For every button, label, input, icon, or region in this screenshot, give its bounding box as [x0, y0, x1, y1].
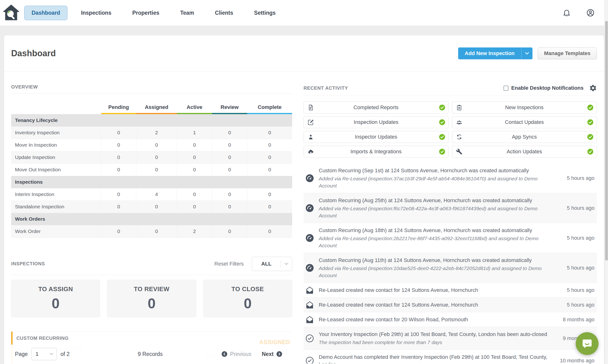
activity-title: Custom Recurring (Sep 1st) at 124 Sutton… — [319, 167, 555, 174]
status-label: Action Updates — [452, 149, 597, 155]
nav-item[interactable]: Clients — [208, 6, 241, 20]
activity-filter-toggle[interactable]: Completed Reports — [304, 102, 449, 113]
add-new-inspection-button[interactable]: Add New Inspection — [458, 47, 532, 59]
check-circle-icon — [439, 149, 445, 155]
status-label: New Inspections — [452, 104, 597, 111]
activity-timestamp: 5 hours ago — [567, 205, 594, 211]
activity-timestamp: 5 hours ago — [567, 235, 594, 241]
card-count: 0 — [52, 295, 59, 312]
activity-title: Custom Recurring (Aug 25th) at 124 Sutto… — [319, 197, 555, 204]
table-row: Move Out Inspection 0 0 0 0 0 — [11, 164, 292, 176]
overview-column-header: Active — [177, 100, 212, 114]
activity-filter-toggle[interactable]: Imports & Integrations — [304, 146, 449, 157]
table-row: Inventory Inspection 0 2 1 0 0 — [11, 127, 292, 139]
activity-filter-toggle[interactable]: Inspector Updates — [304, 131, 449, 143]
activity-type-icon — [305, 301, 314, 309]
nav-item[interactable]: Team — [173, 6, 202, 20]
activity-title: Your Inventory Inspection (Feb 29th) at … — [319, 331, 555, 338]
overview-column: OVERVIEW Pending Assigned Active Review — [11, 71, 292, 364]
table-row: Tenancy Lifecycle — [11, 114, 292, 127]
activity-title: Custom Recurring (Aug 18th) at 124 Sutto… — [319, 227, 555, 234]
activity-feed-row: Re-Leased created new contact for 124 Su… — [304, 298, 597, 312]
activity-type-icon — [305, 334, 314, 343]
check-circle-icon — [587, 119, 594, 126]
check-circle-icon — [587, 104, 594, 111]
card-title: TO REVIEW — [134, 286, 170, 293]
column-accent-bar — [136, 113, 177, 114]
page-header: Dashboard Add New Inspection Manage Temp… — [4, 35, 604, 71]
activity-feed-row: Re-Leased created new contact for 20 Wil… — [304, 312, 597, 327]
table-row: Update Inspection 0 0 0 0 0 — [11, 151, 292, 164]
inspections-filter-select[interactable]: ALL — [252, 257, 292, 271]
activity-filter-toggle[interactable]: Contact Updates — [452, 116, 597, 128]
activity-title: Re-Leased created new contact for 124 Su… — [319, 301, 555, 309]
scrollbar-thumb[interactable] — [605, 21, 608, 260]
overview-table: Pending Assigned Active Review Complete … — [11, 100, 292, 238]
activity-timestamp: 8 months ago — [563, 317, 594, 323]
activity-filter-toggle[interactable]: App Syncs — [452, 131, 597, 143]
activity-feed-row: Your Inventory Inspection (Feb 29th) at … — [304, 327, 597, 350]
chevron-down-icon — [49, 351, 54, 357]
activity-type-icon — [305, 174, 314, 182]
page-scrollbar — [604, 0, 608, 364]
table-row: Standalone Inspection 0 0 0 0 0 — [11, 200, 292, 213]
arrow-circle-left-icon — [221, 351, 228, 357]
check-circle-icon — [439, 119, 445, 126]
activity-type-icon — [305, 234, 314, 242]
activity-subtitle: Added via Re-Leased (inspection:2b2217ee… — [319, 235, 555, 249]
page-of-label: of 2 — [61, 351, 70, 357]
manage-templates-button[interactable]: Manage Templates — [538, 47, 597, 59]
account-user-icon[interactable] — [586, 9, 595, 17]
overview-column-header: Assigned — [136, 100, 177, 114]
page-number-select[interactable]: 1 — [32, 348, 57, 360]
inspection-type-tag: CUSTOM RECURRING — [16, 336, 291, 341]
table-row: Work Orders — [11, 213, 292, 225]
table-row: Inspections — [11, 176, 292, 188]
activity-filter-toggle[interactable]: Action Updates — [452, 146, 597, 157]
nav-item[interactable]: Dashboard — [24, 6, 68, 20]
table-row: Work Order 0 0 2 0 0 — [11, 225, 292, 237]
enable-desktop-notifications-checkbox[interactable] — [503, 86, 509, 91]
divider — [304, 96, 597, 96]
status-label: Completed Reports — [304, 104, 448, 111]
check-circle-icon — [439, 104, 445, 111]
add-new-inspection-label[interactable]: Add New Inspection — [458, 47, 521, 59]
overview-column-header: Complete — [247, 100, 292, 114]
main-panel: Dashboard Add New Inspection Manage Temp… — [4, 35, 604, 364]
activity-type-icon — [305, 264, 314, 272]
status-label: Contact Updates — [452, 119, 597, 125]
notifications-bell-icon[interactable] — [562, 9, 571, 17]
gear-icon[interactable] — [589, 84, 597, 92]
nav-item[interactable]: Properties — [125, 6, 167, 20]
page-title: Dashboard — [11, 48, 56, 58]
next-page-button[interactable]: Next — [262, 351, 283, 357]
inspection-summary-card[interactable]: TO REVIEW 0 — [107, 280, 196, 317]
activity-feed-row: Re-Leased created new contact for 124 Su… — [304, 283, 597, 298]
reset-filters-link[interactable]: Reset Filters — [215, 261, 244, 267]
table-row: Move In Inspection 0 0 0 0 0 — [11, 139, 292, 151]
activity-type-icon — [305, 286, 314, 295]
inspection-summary-card[interactable]: TO CLOSE 0 — [203, 280, 292, 317]
nav-item[interactable]: Inspections — [74, 6, 119, 20]
previous-page-button[interactable]: Previous — [221, 351, 251, 357]
overview-column-header: Review — [212, 100, 247, 114]
activity-feed-row: Custom Recurring (Aug 18th) at 124 Sutto… — [304, 223, 597, 253]
chat-launcher-button[interactable] — [576, 332, 598, 355]
column-accent-bar — [177, 113, 212, 114]
status-label: App Syncs — [452, 134, 597, 140]
nav-item[interactable]: Settings — [247, 6, 283, 20]
activity-timestamp: 5 hours ago — [567, 265, 594, 271]
activity-filter-toggle[interactable]: Inspection Updates — [304, 116, 449, 128]
activity-filter-toggle[interactable]: New Inspections — [452, 102, 597, 113]
activity-title: Re-Leased created new contact for 20 Wil… — [319, 316, 555, 323]
overview-table-header-row: Pending Assigned Active Review Complete — [11, 100, 292, 114]
inspections-section-label: INSPECTIONS — [11, 261, 45, 266]
app-logo-icon[interactable] — [2, 4, 20, 22]
status-label: Imports & Integrations — [304, 149, 448, 155]
activity-subtitle: Added via Re-Leased (inspection:37ac1b3f… — [319, 175, 555, 189]
add-inspection-dropdown-toggle[interactable] — [521, 47, 532, 59]
activity-feed-row: Demo Account has completed their Invento… — [304, 350, 597, 364]
check-circle-icon — [439, 134, 445, 140]
inspection-summary-card[interactable]: TO ASSIGN 0 — [11, 280, 100, 317]
activity-timestamp: 10 months ago — [560, 358, 594, 364]
